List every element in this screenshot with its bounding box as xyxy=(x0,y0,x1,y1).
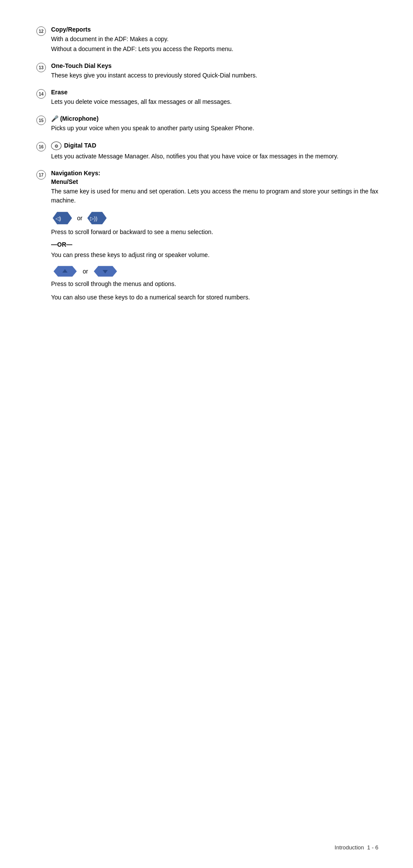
volume-left-button: ◁) xyxy=(51,211,74,225)
arrow-down-button xyxy=(91,266,119,277)
item-14: 14 Erase Lets you delete voice messages,… xyxy=(35,89,378,107)
item-number-13: 13 xyxy=(35,63,48,72)
item-desc-14: Lets you delete voice messages, all fax … xyxy=(51,97,378,106)
item-15: 15 🎤 (Microphone) Picks up your voice wh… xyxy=(35,115,378,134)
volume-button-row: ◁) or ▷)) xyxy=(51,211,378,225)
item-content-13: One-Touch Dial Keys These keys give you … xyxy=(51,62,378,81)
item-desc-12: With a document in the ADF: Makes a copy… xyxy=(51,35,378,54)
item-title-12: Copy/Reports xyxy=(51,26,378,33)
item-number-12: 12 xyxy=(35,26,48,36)
microphone-icon: 🎤 xyxy=(51,115,58,122)
item-content-17: Navigation Keys: Menu/Set The same key i… xyxy=(51,170,378,306)
arrow-scroll-desc: Press to scroll through the menus and op… xyxy=(51,280,378,289)
page-footer: Introduction 1 - 6 xyxy=(335,844,378,851)
item-title-16: ⊙ Digital TAD xyxy=(51,141,378,150)
nav-menu-set-desc: The same key is used for menu and set op… xyxy=(51,187,378,205)
footer-page-number: 1 - 6 xyxy=(367,844,378,851)
item-title-13: One-Touch Dial Keys xyxy=(51,62,378,69)
item-desc-13: These keys give you instant access to pr… xyxy=(51,71,378,80)
tad-icon: ⊙ xyxy=(51,141,61,150)
item-content-12: Copy/Reports With a document in the ADF:… xyxy=(51,26,378,55)
nav-section: Menu/Set The same key is used for menu a… xyxy=(51,178,378,302)
item-number-14: 14 xyxy=(35,89,48,99)
item-title-17: Navigation Keys: xyxy=(51,170,378,177)
item-number-17: 17 xyxy=(35,170,48,180)
item-desc-16: Lets you activate Message Manager. Also,… xyxy=(51,152,378,161)
item-number-16: 16 xyxy=(35,142,48,151)
item-content-15: 🎤 (Microphone) Picks up your voice when … xyxy=(51,115,378,134)
svg-text:◁): ◁) xyxy=(55,215,61,222)
footer-intro-text: Introduction xyxy=(335,844,364,851)
item-12: 12 Copy/Reports With a document in the A… xyxy=(35,26,378,55)
item-title-14: Erase xyxy=(51,89,378,96)
vol-scroll-desc: Press to scroll forward or backward to s… xyxy=(51,228,378,237)
item-content-14: Erase Lets you delete voice messages, al… xyxy=(51,89,378,107)
item-title-15: 🎤 (Microphone) xyxy=(51,115,378,122)
vol-adjust-desc: You can press these keys to adjust ring … xyxy=(51,251,378,260)
item-number-15: 15 xyxy=(35,116,48,125)
volume-right-button: ▷)) xyxy=(86,211,108,225)
item-17: 17 Navigation Keys: Menu/Set The same ke… xyxy=(35,170,378,306)
or-line: —OR— xyxy=(51,241,378,248)
arrow-search-desc: You can also use these keys to do a nume… xyxy=(51,293,378,302)
nav-sub-title: Menu/Set xyxy=(51,178,378,185)
arrow-or-text: or xyxy=(83,268,88,275)
item-content-16: ⊙ Digital TAD Lets you activate Message … xyxy=(51,141,378,162)
volume-or-text: or xyxy=(77,215,82,222)
item-desc-15: Picks up your voice when you speak to an… xyxy=(51,124,378,133)
page-content: 12 Copy/Reports With a document in the A… xyxy=(0,0,413,349)
item-16: 16 ⊙ Digital TAD Lets you activate Messa… xyxy=(35,141,378,162)
arrow-up-button xyxy=(51,266,79,277)
arrow-button-row: or xyxy=(51,266,378,277)
item-13: 13 One-Touch Dial Keys These keys give y… xyxy=(35,62,378,81)
svg-text:▷)): ▷)) xyxy=(90,215,97,222)
